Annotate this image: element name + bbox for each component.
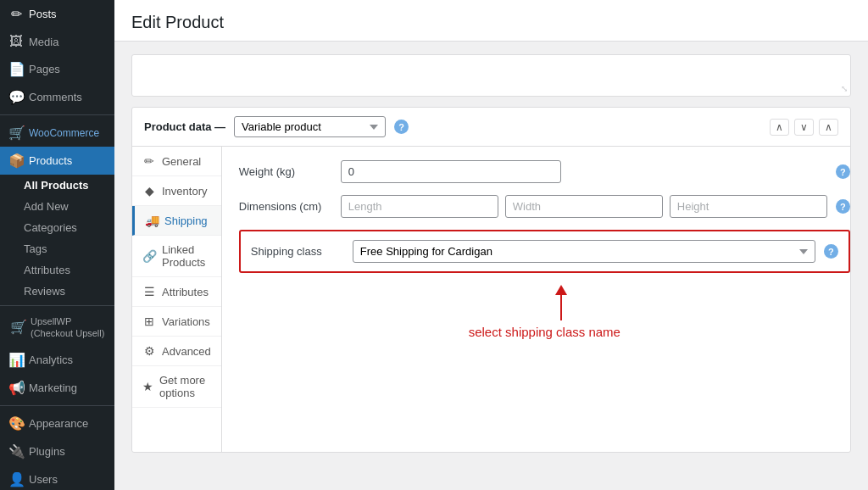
product-tabs: ✏ General ◆ Inventory 🚚 Shipping 🔗 Linke… — [132, 147, 222, 452]
sidebar-item-plugins[interactable]: 🔌 Plugins — [0, 437, 114, 465]
weight-field-row: Weight (kg) ? — [239, 160, 850, 183]
product-data-header: Product data — Variable product Simple p… — [132, 108, 850, 147]
dimensions-inputs — [341, 195, 827, 218]
weight-help-icon[interactable]: ? — [836, 164, 850, 179]
product-type-select[interactable]: Variable product Simple product Grouped … — [234, 116, 386, 137]
product-type-help-icon[interactable]: ? — [394, 120, 409, 134]
weight-label: Weight (kg) — [239, 165, 332, 178]
collapse-up-button[interactable]: ∧ — [770, 119, 789, 136]
product-data-label: Product data — — [144, 120, 225, 133]
sidebar-sub-reviews[interactable]: Reviews — [0, 281, 114, 302]
sidebar-sub-add-new[interactable]: Add New — [0, 196, 114, 217]
height-input[interactable] — [670, 195, 827, 218]
sidebar-sub-tags[interactable]: Tags — [0, 238, 114, 259]
linked-products-tab-icon: 🔗 — [142, 249, 156, 263]
sidebar-item-woocommerce[interactable]: 🛒 WooCommerce — [0, 119, 114, 147]
sidebar-item-users[interactable]: 👤 Users — [0, 465, 114, 490]
product-data-panel: Product data — Variable product Simple p… — [131, 107, 851, 453]
products-icon: 📦 — [8, 153, 24, 169]
plugins-icon: 🔌 — [8, 443, 24, 459]
appearance-icon: 🎨 — [8, 415, 24, 432]
shipping-class-help-icon[interactable]: ? — [824, 244, 838, 259]
shipping-tab-icon: 🚚 — [145, 214, 159, 227]
shipping-tab-content: Weight (kg) ? Dimensions (cm) — [222, 147, 867, 452]
sidebar-sub-attributes[interactable]: Attributes — [0, 259, 114, 281]
sidebar-sub-categories[interactable]: Categories — [0, 217, 114, 238]
sidebar: ✏ Posts 🖼 Media 📄 Pages 💬 Comments 🛒 Woo… — [0, 0, 114, 490]
tab-variations[interactable]: ⊞ Variations — [132, 307, 221, 337]
sidebar-item-analytics[interactable]: 📊 Analytics — [0, 346, 114, 374]
tab-attributes[interactable]: ☰ Attributes — [132, 277, 221, 307]
main-content: Edit Product ⤡ Product data — Variable p… — [114, 0, 868, 490]
annotation-text: select shipping class name — [469, 325, 620, 339]
shipping-class-select-wrap: No shipping class Free Shipping for Card… — [353, 240, 815, 263]
inventory-tab-icon: ◆ — [142, 184, 156, 198]
advanced-tab-icon: ⚙ — [142, 344, 156, 358]
tab-general[interactable]: ✏ General — [132, 147, 221, 176]
annotation-arrow — [555, 285, 567, 320]
shipping-class-select[interactable]: No shipping class Free Shipping for Card… — [353, 240, 815, 263]
tab-get-more-options[interactable]: ★ Get more options — [132, 366, 221, 408]
width-input[interactable] — [505, 195, 663, 218]
sidebar-sub-all-products[interactable]: All Products — [0, 175, 114, 196]
pages-icon: 📄 — [8, 61, 24, 77]
header-actions: ∧ ∨ ∧ — [770, 119, 838, 136]
tab-inventory[interactable]: ◆ Inventory — [132, 176, 221, 206]
collapse-down-button[interactable]: ∨ — [794, 119, 814, 136]
tab-advanced[interactable]: ⚙ Advanced — [132, 337, 221, 366]
general-tab-icon: ✏ — [142, 154, 156, 168]
dimensions-help-icon[interactable]: ? — [836, 199, 850, 214]
variations-tab-icon: ⊞ — [142, 315, 156, 328]
product-data-body: ✏ General ◆ Inventory 🚚 Shipping 🔗 Linke… — [132, 147, 850, 452]
users-icon: 👤 — [8, 471, 24, 487]
sidebar-item-appearance[interactable]: 🎨 Appearance — [0, 409, 114, 437]
sidebar-item-posts[interactable]: ✏ Posts — [0, 0, 114, 28]
weight-input-wrap — [341, 160, 827, 183]
tab-shipping[interactable]: 🚚 Shipping — [132, 206, 221, 236]
media-icon: 🖼 — [8, 34, 24, 49]
comments-icon: 💬 — [8, 89, 24, 105]
sidebar-item-pages[interactable]: 📄 Pages — [0, 55, 114, 83]
sidebar-item-upsell[interactable]: 🛒 UpsellWP(Checkout Upsell) — [0, 309, 114, 346]
sidebar-item-marketing[interactable]: 📢 Marketing — [0, 374, 114, 402]
collapse-button[interactable]: ∧ — [819, 119, 838, 136]
divider-3 — [0, 405, 114, 406]
arrow-line — [560, 295, 562, 320]
divider-2 — [0, 305, 114, 306]
analytics-icon: 📊 — [8, 352, 24, 368]
resize-handle-icon: ⤡ — [841, 84, 848, 93]
dimensions-label: Dimensions (cm) — [239, 200, 332, 213]
tab-linked-products[interactable]: 🔗 Linked Products — [132, 236, 221, 277]
content-area: ⤡ Product data — Variable product Simple… — [114, 42, 868, 490]
sidebar-item-products[interactable]: 📦 Products — [0, 147, 114, 175]
shipping-class-row: Shipping class No shipping class Free Sh… — [239, 230, 850, 273]
marketing-icon: 📢 — [8, 380, 24, 396]
product-description-area: ⤡ — [131, 54, 851, 97]
sidebar-item-media[interactable]: 🖼 Media — [0, 28, 114, 55]
annotation: select shipping class name — [239, 285, 850, 339]
attributes-tab-icon: ☰ — [142, 285, 156, 298]
dimensions-field-row: Dimensions (cm) ? — [239, 195, 850, 218]
woo-icon: 🛒 — [8, 125, 24, 141]
weight-input[interactable] — [341, 160, 561, 183]
get-more-tab-icon: ★ — [142, 380, 153, 393]
divider-1 — [0, 114, 114, 115]
shipping-class-label: Shipping class — [251, 245, 344, 258]
sidebar-item-comments[interactable]: 💬 Comments — [0, 83, 114, 111]
page-title: Edit Product — [131, 13, 851, 32]
length-input[interactable] — [341, 195, 498, 218]
shipping-class-container: Shipping class No shipping class Free Sh… — [239, 230, 850, 339]
arrow-head-icon — [555, 285, 567, 295]
upsell-icon: 🛒 — [10, 319, 25, 337]
posts-icon: ✏ — [8, 6, 24, 22]
page-header: Edit Product — [114, 0, 868, 42]
